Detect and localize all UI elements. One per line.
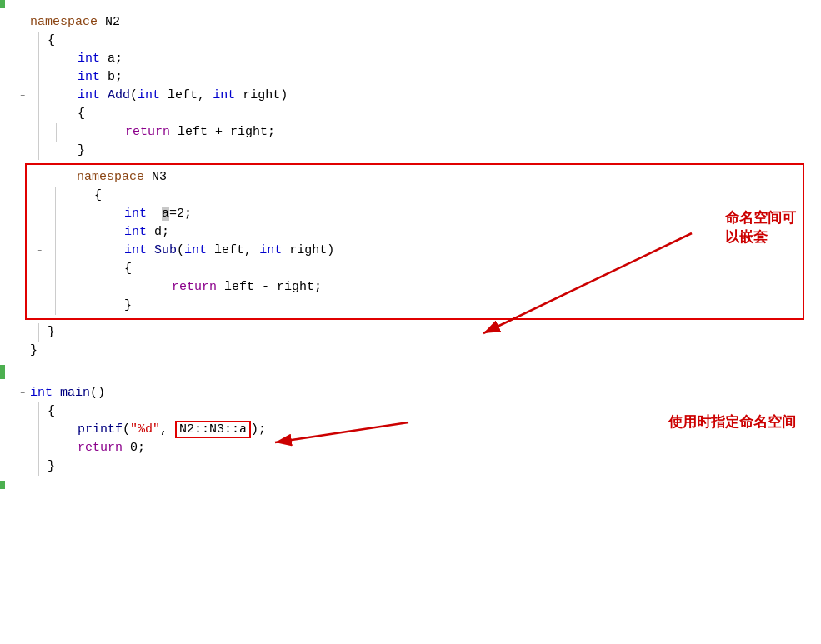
section1: − namespace N2 { int a; int b; [0, 8, 821, 365]
fold-btn-n2[interactable]: − [15, 15, 30, 30]
indent-line [55, 205, 56, 223]
indent-line2 [73, 278, 73, 297]
indent-line [55, 260, 56, 278]
code-namespace-n3: namespace N3 [47, 168, 167, 187]
code-add-brace: { [48, 105, 85, 123]
code-n3-d: int d; [64, 223, 169, 242]
line-n3-d: int d; [32, 223, 798, 242]
annotation-nesting: 命名空间可 以嵌套 [725, 208, 796, 247]
fold-btn-add[interactable]: − [15, 88, 30, 103]
line-return-sub: return left - right; [32, 278, 798, 297]
code-return-main: return 0; [48, 439, 145, 457]
indent-line [38, 323, 39, 342]
line-int-b: int b; [0, 68, 821, 87]
annotation-nesting-label: 命名空间可 以嵌套 [725, 210, 796, 245]
line-add-open: { [0, 105, 821, 123]
indent-line [38, 123, 39, 142]
indent-line [38, 32, 39, 50]
highlighted-n2n3a: N2::N3::a [175, 421, 251, 438]
code-n2-close: } [30, 342, 38, 360]
indent-line [38, 142, 39, 160]
editor-area: − namespace N2 { int a; int b; [0, 0, 821, 489]
fold-btn-sub[interactable]: − [32, 243, 47, 258]
annotation-usage-label: 使用时指定命名空间 [668, 414, 796, 430]
line-add-close: } [0, 142, 821, 160]
fold-btn-n3[interactable]: − [32, 170, 47, 185]
indent-line [38, 50, 39, 68]
line-return-add: return left + right; [0, 123, 821, 142]
code-main-open: { [48, 402, 55, 421]
annotation-usage: 使用时指定命名空间 [668, 412, 796, 432]
line-n2-close: } [0, 342, 821, 360]
indent-line [38, 421, 39, 439]
n3-namespace-block: − namespace N3 { int a=2; [25, 163, 804, 320]
line-main-close: } [0, 457, 821, 476]
line-add-fn: − int Add(int left, int right) [0, 87, 821, 105]
code-printf: printf("%d", N2::N3::a); [48, 421, 266, 439]
line-namespace-n3: − namespace N3 [32, 168, 798, 187]
code-sub-close: } [64, 297, 132, 315]
line-n3-sub: − int Sub(int left, int right) [32, 242, 798, 260]
code-n3-a: int a=2; [64, 205, 192, 223]
line-return-main: return 0; [0, 439, 821, 457]
separator [0, 372, 821, 372]
indent-line [55, 242, 56, 260]
indent-line [38, 105, 39, 123]
line-open-brace-n2: { [0, 32, 821, 50]
indent-line [55, 278, 56, 297]
code-return-add: return left + right; [65, 123, 275, 142]
section2: − int main() { printf("%d", N2::N3::a); … [0, 379, 821, 481]
indent-line [55, 223, 56, 242]
line-main: − int main() [0, 384, 821, 402]
line-n2-close-inner: } [0, 323, 821, 342]
code-int-b: int b; [48, 68, 123, 87]
indent-line [55, 187, 56, 205]
code-add-close: } [48, 142, 85, 160]
line-int-a: int a; [0, 50, 821, 68]
line-n3-a: int a=2; [32, 205, 798, 223]
code-int-a: int a; [48, 50, 123, 68]
indent-line [38, 87, 39, 105]
code-brace: { [48, 32, 55, 50]
fold-btn-main[interactable]: − [15, 386, 30, 401]
indent-line [38, 68, 39, 87]
indent-line [38, 457, 39, 476]
indent-line2 [56, 123, 57, 142]
indent-line [38, 402, 39, 421]
code-main-close: } [48, 457, 55, 476]
indent-line [55, 297, 56, 315]
code-add-fn: int Add(int left, int right) [48, 87, 288, 105]
code-sub-open: { [64, 260, 132, 278]
code-return-sub: return left - right; [82, 278, 322, 297]
indent-line [38, 439, 39, 457]
line-namespace-n2: − namespace N2 [0, 13, 821, 32]
code-n3-open: { [64, 187, 102, 205]
line-sub-close: } [32, 297, 798, 315]
code-main: int main() [30, 384, 105, 402]
line-sub-open: { [32, 260, 798, 278]
code-n3-sub: int Sub(int left, int right) [64, 242, 334, 260]
code-n2-close-inner: } [48, 323, 55, 342]
code-namespace-n2: namespace N2 [30, 13, 120, 32]
line-n3-open: { [32, 187, 798, 205]
